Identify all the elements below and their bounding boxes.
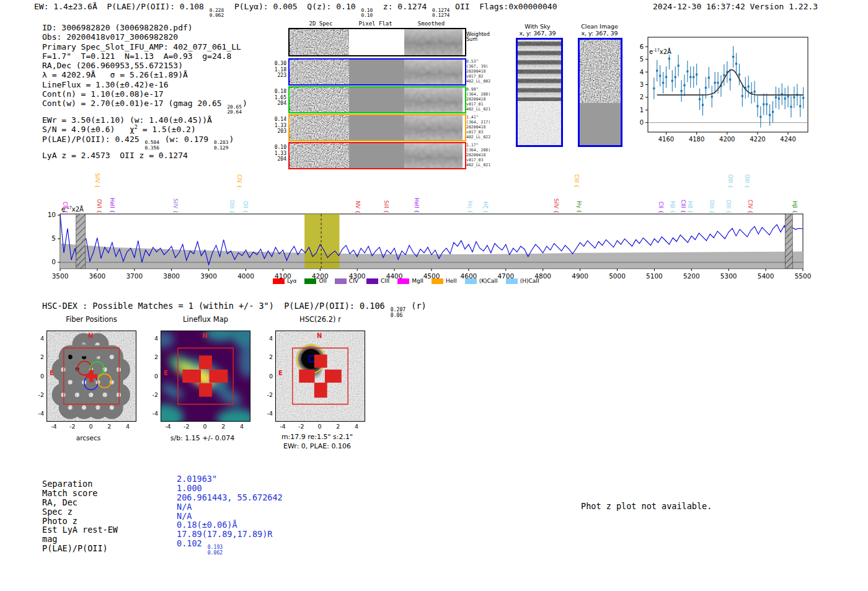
info-line: λ = 4202.9Å σ = 5.26(±1.89)Å [42, 70, 247, 79]
emission-line-label: CIII { [680, 200, 686, 213]
emission-line-label: CII { [658, 202, 663, 213]
match-field-value: 0.102 0.1930.062 [177, 539, 223, 555]
svg-text:2: 2 [640, 94, 644, 100]
info-line: S/N = 4.9(±0.6) χ2 = 1.5(±0.2) [42, 125, 247, 134]
svg-text:3800: 3800 [163, 272, 180, 280]
match-field-label: mag [42, 535, 57, 544]
fiber-row-annotation: 0.53"(367, 39)20200418v017_02402_LL_002 [466, 59, 495, 84]
legend-swatch [335, 278, 347, 284]
fiber-positions-image: N E [46, 331, 136, 422]
match-table-row: Separation2.01963" [42, 479, 414, 489]
match-field-label: Spec z [42, 507, 73, 517]
elixer-report-page: EW: 1.4±23.6Å P(LAE)/P(OII): 0.108 0.228… [0, 0, 868, 591]
svg-text:3700: 3700 [126, 272, 143, 280]
report-version: Version 1.22.3 [750, 2, 818, 11]
weighted-sum-label: WeightedSum [466, 32, 495, 42]
lineflux-map-panel: Lineflux Map [148, 315, 263, 455]
x-tick-label: -2 [182, 423, 192, 430]
legend-item: MgII [397, 278, 423, 284]
info-line: LineFlux = 1.30(±0.42)e-16 [42, 80, 247, 89]
emission-line-label: CIII { [574, 174, 579, 188]
emission-line-label: OVI { [96, 199, 102, 213]
legend-swatch [273, 278, 285, 284]
x-tick-label: 4 [123, 423, 133, 430]
x-tick-label: 0 [315, 423, 325, 430]
svg-text:5500: 5500 [795, 272, 812, 280]
legend-swatch [366, 278, 378, 284]
match-field-value: 17.89(17.89,17.89)R [177, 530, 272, 539]
hsc-cutout-panel: HSC(26.2) r N E [263, 315, 378, 455]
spectrum-legend: LyαOIICIVCIIIMgIIHeII(K)CaII(H)CaII [273, 278, 539, 284]
fiber-2dspec-image [290, 60, 349, 84]
full-spectrum-svg: 3500360037003800390040004100420043004400… [0, 164, 868, 288]
hsc-caption-2: EWr: 0, PLAE: 0.106 [260, 442, 374, 450]
svg-text:4240: 4240 [780, 136, 795, 143]
weighted-2dspec-image [290, 29, 349, 55]
zoom-plot-svg: 416041804200422042400123456 [632, 25, 846, 167]
y-tick-label: 2 [34, 353, 44, 360]
info-line: RA,Dec (206.960953,55.672153) [42, 61, 247, 70]
match-field-value: 0.18(±0.06)Å [177, 520, 237, 530]
header-stats: EW: 1.4±23.6Å P(LAE)/P(OII): 0.108 0.228… [34, 2, 557, 19]
emission-line-label: Hβ { [792, 201, 797, 213]
emission-line-label: Hζ { [482, 202, 488, 213]
full-spectrum-plot: 3500360037003800390040004100420043004400… [0, 164, 868, 288]
lineflux-image: N E [161, 331, 250, 422]
svg-text:4180: 4180 [689, 136, 704, 143]
stacked-fraction: 0.100.10 [361, 8, 373, 19]
match-table-row: mag17.89(17.89,17.89)R [42, 535, 414, 544]
match-field-label: P(LAE)/P(OII) [42, 544, 108, 553]
fiber-row-annotation: 1.41"(364, 217)20200418v017_03402_LL_022 [466, 115, 495, 140]
y-tick-label: 0 [34, 373, 44, 380]
legend-item: HeII [432, 278, 457, 284]
emission-line-label: SiIV { [553, 198, 559, 213]
svg-text:10: 10 [48, 211, 56, 218]
match-field-value: 2.01963" [177, 474, 217, 484]
svg-text:4900: 4900 [572, 272, 588, 280]
svg-text:5400: 5400 [758, 272, 774, 280]
emission-line-label: SiII { [383, 200, 389, 213]
stacked-fraction: 0.5040.356 [144, 140, 159, 151]
lineflux-title: Lineflux Map [148, 315, 263, 324]
fiber-pixelflat-image [349, 60, 404, 84]
svg-text:0: 0 [640, 119, 644, 126]
x-tick-label: 0 [200, 423, 210, 430]
info-line: Primary Spec_Slot_IFU_AMP: 402_077_061_L… [42, 42, 247, 51]
col-header-pixelflat: Pixel Flat [346, 20, 405, 27]
y-tick-label: -2 [263, 391, 273, 398]
report-datetime: 2024-12-30 16:37:42 [653, 2, 745, 11]
east-label: E [278, 370, 283, 376]
y-tick-label: 2 [263, 353, 273, 360]
emission-line-label: SiIV { [172, 198, 178, 213]
match-field-value: N/A [177, 502, 192, 512]
stacked-fraction: 0.1930.062 [208, 544, 223, 556]
detection-info-block: ID: 3006982820 (3006982820.pdf)Obs: 2020… [42, 23, 247, 161]
legend-label: HeII [446, 278, 457, 284]
y-tick-label: 0 [263, 373, 273, 380]
stacked-fraction: 0.2830.129 [214, 140, 228, 151]
legend-label: MgII [412, 278, 423, 284]
emission-line-label: Hη { [467, 201, 472, 213]
emission-line-label: Hγ { [576, 201, 582, 213]
clean-image-title: Clean Imagex, y: 367, 39 [572, 23, 627, 37]
emission-line-label: CIV { [236, 174, 242, 188]
stacked-fraction: 20.6520.64 [227, 105, 241, 115]
svg-text:5: 5 [640, 56, 644, 63]
svg-text:4200: 4200 [719, 136, 735, 143]
svg-text:5300: 5300 [720, 272, 737, 280]
y-tick-label: -4 [263, 410, 273, 417]
fiber-xlabel: arcsecs [31, 434, 146, 442]
fiber-2dspec-image [290, 87, 349, 112]
spec2d-fiber-row [288, 86, 466, 113]
info-line: ID: 3006982820 (3006982820.pdf) [42, 23, 247, 32]
emission-line-label: OIII { [229, 200, 234, 213]
legend-item: (H)CaII [506, 278, 539, 284]
fiber-row-annotation: 1.17"(364, 208)20200418v017_03402_LL_021 [466, 143, 495, 167]
fiber-smoothed-image [404, 60, 463, 84]
x-tick-label: 2 [218, 423, 228, 430]
match-field-value: 1.000 [177, 484, 202, 493]
info-line: P(LAE)/P(OII): 0.425 0.5040.356 (w: 0.17… [42, 135, 247, 151]
fiber-row-weights: 0.101.33204 [273, 144, 286, 162]
svg-text:5200: 5200 [683, 272, 700, 280]
x-tick-label: -4 [278, 423, 288, 430]
